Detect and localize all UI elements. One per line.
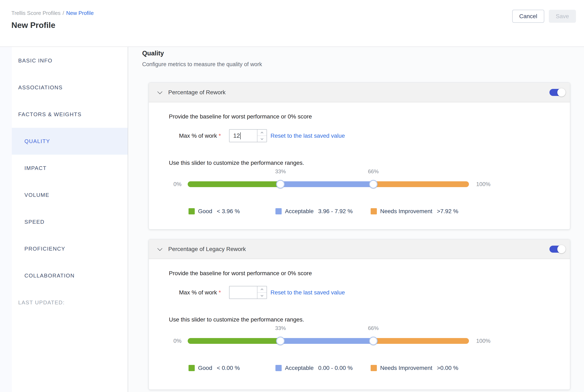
header-actions: Cancel Save xyxy=(512,10,576,23)
breadcrumb-separator: / xyxy=(63,10,64,16)
required-asterisk: * xyxy=(219,132,221,139)
sidebar-item-text: VOLUME xyxy=(25,192,50,198)
metric-card-header[interactable]: Percentage of Legacy Rework xyxy=(149,240,570,259)
chevron-up-icon xyxy=(261,132,263,134)
sidebar-item-volume[interactable]: VOLUME xyxy=(12,182,128,208)
performance-range-slider-track xyxy=(188,181,469,187)
legend-range-value: 3.96 - 7.92 % xyxy=(318,208,353,214)
slider-segment-needs-improvement xyxy=(373,338,469,344)
slider-handle2-label: 66% xyxy=(368,168,379,175)
slider-min-label: 0% xyxy=(161,181,181,187)
spinner-up-button[interactable] xyxy=(257,130,266,136)
max-percent-row: Max % of work* Reset to the last saved v… xyxy=(149,286,570,299)
sidebar-item-associations[interactable]: ASSOCIATIONS xyxy=(12,74,128,101)
metric-card-header[interactable]: Percentage of Rework xyxy=(149,83,570,102)
slider-handle-2[interactable] xyxy=(369,336,378,345)
page-body: BASIC INFOASSOCIATIONSFACTORS & WEIGHTSQ… xyxy=(0,47,584,392)
sidebar-item-collaboration[interactable]: COLLABORATION xyxy=(12,262,128,289)
slider-handle1-label: 33% xyxy=(275,325,286,332)
sidebar-item-text: BASIC INFO xyxy=(18,58,52,64)
slider-segment-acceptable xyxy=(280,338,373,344)
breadcrumb-root-link[interactable]: Trellis Score Profiles xyxy=(11,10,61,16)
chevron-down-icon xyxy=(157,89,162,94)
slider-max-label: 100% xyxy=(476,338,490,344)
max-percent-row: Max % of work* 12 Reset to the last save… xyxy=(149,129,570,142)
legend-name: Acceptable xyxy=(285,365,314,371)
sidebar-item-speed[interactable]: SPEED xyxy=(12,208,128,235)
legend-item: Good < 3.96 % xyxy=(188,208,275,214)
legend-name: Acceptable xyxy=(285,208,314,214)
sidebar-item-text: LAST UPDATED: xyxy=(18,300,65,306)
section-subtitle: Configure metrics to measure the quality… xyxy=(142,61,262,68)
reset-last-saved-link[interactable]: Reset to the last saved value xyxy=(270,129,345,142)
required-asterisk: * xyxy=(219,289,221,296)
sidebar-item-text: QUALITY xyxy=(25,138,50,144)
sidebar-item-text: PROFICIENCY xyxy=(25,246,65,252)
toggle-knob xyxy=(557,245,565,253)
number-spinner xyxy=(257,286,266,298)
sidebar-item-quality[interactable]: QUALITY xyxy=(12,128,128,155)
sidebar-item-proficiency[interactable]: PROFICIENCY xyxy=(12,235,128,262)
slider-segment-good xyxy=(188,338,280,344)
slider-handle2-label: 66% xyxy=(368,325,379,332)
slider-handle-1[interactable] xyxy=(276,180,285,188)
slider-max-label: 100% xyxy=(476,181,490,187)
metric-card: Percentage of Rework Provide the baselin… xyxy=(149,82,570,230)
metric-card-title: Percentage of Rework xyxy=(168,89,226,96)
sidebar-item-basic-info[interactable]: BASIC INFO xyxy=(12,47,128,74)
sidebar-nav-list: BASIC INFOASSOCIATIONSFACTORS & WEIGHTSQ… xyxy=(12,47,128,316)
legend-range-value: < 3.96 % xyxy=(217,208,240,214)
legend-range-value: >0.00 % xyxy=(437,365,458,371)
sidebar-item-text: FACTORS & WEIGHTS xyxy=(18,111,82,118)
sidebar-item-text: COLLABORATION xyxy=(25,272,75,279)
sidebar-item-text: IMPACT xyxy=(25,165,47,172)
chevron-down-icon xyxy=(261,294,263,296)
spinner-up-button[interactable] xyxy=(257,286,266,292)
metric-card-title: Percentage of Legacy Rework xyxy=(168,246,246,252)
slider-segment-good xyxy=(188,181,280,187)
save-button[interactable]: Save xyxy=(549,10,576,23)
sidebar-last-updated-label: LAST UPDATED: xyxy=(12,289,128,316)
baseline-caption: Provide the baseline for worst performan… xyxy=(169,270,312,277)
slider-handle-1[interactable] xyxy=(276,336,285,345)
legend-item: Acceptable 3.96 - 7.92 % xyxy=(275,208,371,214)
max-percent-value: 12 xyxy=(233,130,240,142)
sidebar-item-factors-weights[interactable]: FACTORS & WEIGHTS xyxy=(12,101,128,128)
page-title: New Profile xyxy=(11,21,55,30)
metric-enabled-toggle[interactable] xyxy=(549,89,565,96)
legend-color-swatch xyxy=(275,208,282,214)
spinner-down-button[interactable] xyxy=(257,292,266,298)
legend-name: Needs Improvement xyxy=(380,208,432,214)
legend-color-swatch xyxy=(371,365,377,371)
performance-range-slider-track xyxy=(188,338,469,344)
section-title: Quality xyxy=(142,50,164,57)
slider-segment-needs-improvement xyxy=(373,181,469,187)
slider-caption: Use this slider to customize the perform… xyxy=(169,160,304,166)
legend-name: Good xyxy=(198,208,212,214)
breadcrumb: Trellis Score Profiles/New Profile xyxy=(11,10,94,16)
legend-item: Needs Improvement >7.92 % xyxy=(371,208,458,214)
max-percent-input[interactable]: 12 xyxy=(229,129,267,142)
metric-enabled-toggle[interactable] xyxy=(549,246,565,253)
legend-item: Needs Improvement >0.00 % xyxy=(371,365,458,371)
slider-handle-2[interactable] xyxy=(369,180,378,188)
legend-color-swatch xyxy=(275,365,282,371)
legend-range-value: 0.00 - 0.00 % xyxy=(318,365,353,371)
legend-range-value: < 0.00 % xyxy=(217,365,240,371)
legend-color-swatch xyxy=(188,365,195,371)
chevron-down-icon xyxy=(261,137,263,140)
max-percent-input[interactable] xyxy=(229,286,267,299)
performance-legend: Good < 0.00 % Acceptable 0.00 - 0.00 % N… xyxy=(188,365,458,371)
performance-legend: Good < 3.96 % Acceptable 3.96 - 7.92 % N… xyxy=(188,208,458,214)
cancel-button[interactable]: Cancel xyxy=(512,10,544,23)
number-spinner xyxy=(257,130,266,142)
breadcrumb-current-link[interactable]: New Profile xyxy=(66,10,94,16)
reset-last-saved-link[interactable]: Reset to the last saved value xyxy=(270,286,345,299)
spinner-down-button[interactable] xyxy=(257,136,266,142)
max-percent-label: Max % of work* xyxy=(179,129,221,142)
left-gutter xyxy=(0,47,12,392)
legend-color-swatch xyxy=(371,208,377,214)
sidebar-item-impact[interactable]: IMPACT xyxy=(12,155,128,182)
slider-min-label: 0% xyxy=(161,338,181,344)
main-content: Quality Configure metrics to measure the… xyxy=(128,47,584,392)
